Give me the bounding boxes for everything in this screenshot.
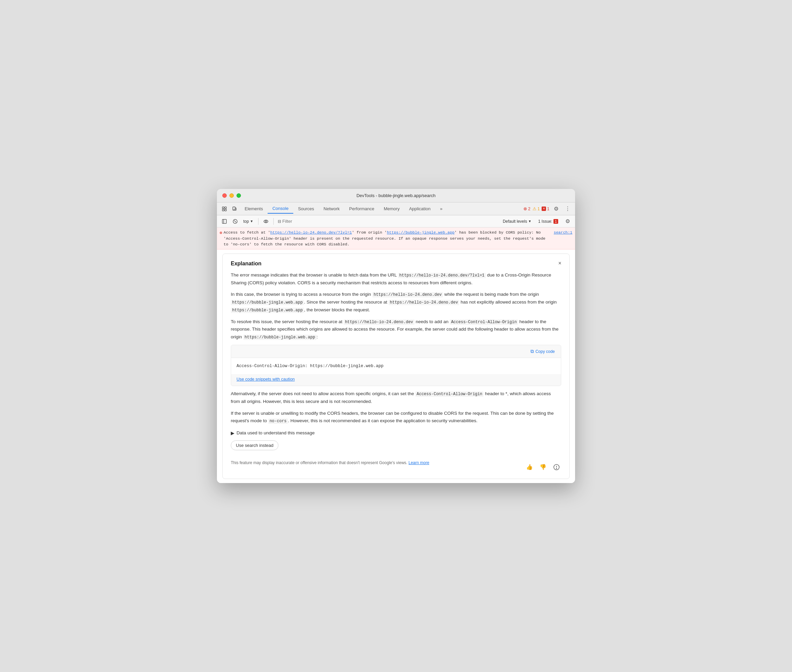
issue-badge-tab[interactable]: ✕ 1 [541, 206, 549, 211]
use-search-label: Use search instead [236, 443, 273, 448]
code-block-header: ⧉ Copy code [231, 345, 561, 358]
settings-icon[interactable]: ⚙ [551, 204, 561, 214]
use-search-button[interactable]: Use search instead [231, 440, 278, 450]
error-text-prefix: Access to fetch at ' [224, 230, 270, 235]
toolbar-divider-2 [273, 218, 274, 225]
svg-rect-5 [235, 208, 236, 210]
thumbs-up-icon[interactable]: 👍 [525, 462, 534, 472]
code-block-wrapper: ⧉ Copy code Access-Control-Allow-Origin:… [231, 345, 561, 386]
tab-elements[interactable]: Elements [240, 204, 268, 213]
context-label: top [243, 219, 249, 224]
tab-network[interactable]: Network [319, 204, 345, 213]
tabbar-right: ⊗ 2 ⚠ 1 ✕ 1 ⚙ ⋮ [524, 204, 572, 214]
explanation-panel: Explanation × The error message indicate… [222, 253, 570, 478]
error-url1-link[interactable]: https://hello-io-24.deno.dev/?lvl=1 [270, 230, 352, 235]
tab-console[interactable]: Console [268, 204, 293, 214]
svg-rect-3 [225, 209, 227, 211]
copy-code-label: Copy code [535, 349, 555, 354]
window-title: DevTools - bubble-jingle.web.app/search [356, 193, 436, 198]
explanation-para1: The error message indicates that the bro… [231, 272, 561, 286]
maximize-button[interactable] [236, 194, 241, 198]
toolbar-right: Default levels ▼ 1 Issue: 1 ⚙ [501, 217, 572, 226]
toolbar: top ▼ ⊟ Default levels ▼ 1 Issue: 1 ⚙ [217, 215, 575, 227]
svg-point-11 [264, 220, 268, 223]
warn-triangle-icon: ⚠ [532, 206, 537, 211]
svg-point-12 [265, 221, 267, 222]
console-content: ⊗ Access to fetch at 'https://hello-io-2… [217, 227, 575, 483]
eye-icon[interactable] [261, 217, 271, 226]
explanation-para4: Alternatively, if the server does not ne… [231, 390, 561, 405]
svg-rect-0 [222, 207, 224, 208]
close-button[interactable] [222, 194, 227, 198]
tab-performance[interactable]: Performance [344, 204, 379, 213]
error-row: ⊗ Access to fetch at 'https://hello-io-2… [217, 227, 575, 250]
disclosure-arrow-icon: ▶ [231, 430, 235, 436]
svg-rect-7 [222, 219, 227, 224]
error-x-icon: ⊗ [220, 230, 222, 237]
traffic-lights [222, 194, 241, 198]
levels-label: Default levels [503, 219, 527, 224]
data-disclosure-label: Data used to understand this message [236, 430, 315, 435]
copy-icon: ⧉ [530, 349, 534, 354]
toolbar-divider-1 [258, 218, 259, 225]
filter-input[interactable] [283, 219, 498, 224]
issue-icon: ✕ [541, 206, 546, 211]
report-icon[interactable] [552, 462, 561, 472]
code-block: Access-Control-Allow-Origin: https://bub… [231, 358, 561, 374]
filter-icon: ⊟ [278, 219, 281, 224]
sidebar-toggle-icon[interactable] [220, 217, 229, 226]
code-caution-link[interactable]: Use code snippets with caution [231, 374, 561, 386]
error-circle-icon: ⊗ [524, 206, 527, 211]
feedback-row: 👍 👎 [525, 462, 561, 472]
more-options-icon[interactable]: ⋮ [563, 204, 572, 214]
device-icon[interactable] [230, 204, 239, 214]
svg-rect-1 [225, 207, 227, 208]
titlebar: DevTools - bubble-jingle.web.app/search [217, 189, 575, 203]
issue-counter[interactable]: 1 Issue: 1 [536, 218, 560, 224]
issue-count-badge: 1 [554, 219, 558, 224]
explanation-para3: To resolve this issue, the server hostin… [231, 318, 561, 341]
filter-area: ⊟ [276, 219, 500, 224]
learn-more-link[interactable]: Learn more [409, 461, 429, 465]
tab-application[interactable]: Application [404, 204, 436, 213]
tab-sources[interactable]: Sources [293, 204, 319, 213]
minimize-button[interactable] [230, 194, 234, 198]
data-disclosure-toggle[interactable]: ▶ Data used to understand this message [231, 430, 561, 436]
code-content: Access-Control-Allow-Origin: https://bub… [236, 364, 383, 368]
svg-line-10 [234, 221, 236, 222]
explanation-para2: In this case, the browser is trying to a… [231, 291, 561, 314]
warn-badge[interactable]: ⚠ 1 [532, 206, 540, 211]
chevron-down-icon: ▼ [250, 219, 254, 223]
svg-point-15 [556, 468, 557, 469]
svg-rect-2 [222, 209, 224, 211]
panel-footer: This feature may display inaccurate or o… [231, 460, 561, 472]
close-explanation-button[interactable]: × [556, 259, 564, 267]
tab-more[interactable]: » [435, 204, 447, 213]
error-source-link[interactable]: search:1 [551, 229, 572, 235]
error-sep1: ' from origin ' [352, 230, 387, 235]
tab-memory[interactable]: Memory [379, 204, 404, 213]
copy-code-button[interactable]: ⧉ Copy code [528, 347, 557, 355]
explanation-para5: If the server is unable or unwilling to … [231, 410, 561, 425]
levels-select[interactable]: Default levels ▼ [501, 218, 533, 224]
levels-chevron-icon: ▼ [528, 219, 532, 223]
disclaimer-text: This feature may display inaccurate or o… [231, 460, 429, 466]
tabbar: Elements Console Sources Network Perform… [217, 203, 575, 215]
explanation-title: Explanation [231, 261, 561, 267]
thumbs-down-icon[interactable]: 👎 [538, 462, 548, 472]
error-url2-link[interactable]: https://bubble-jingle.web.app [387, 230, 455, 235]
error-message: Access to fetch at 'https://hello-io-24.… [224, 229, 551, 247]
error-badge[interactable]: ⊗ 2 [524, 206, 530, 211]
clear-icon[interactable] [230, 217, 240, 226]
devtools-window: DevTools - bubble-jingle.web.app/search … [217, 189, 575, 483]
context-selector[interactable]: top ▼ [241, 218, 255, 224]
console-settings-icon[interactable]: ⚙ [563, 217, 572, 226]
inspect-icon[interactable] [220, 204, 229, 214]
